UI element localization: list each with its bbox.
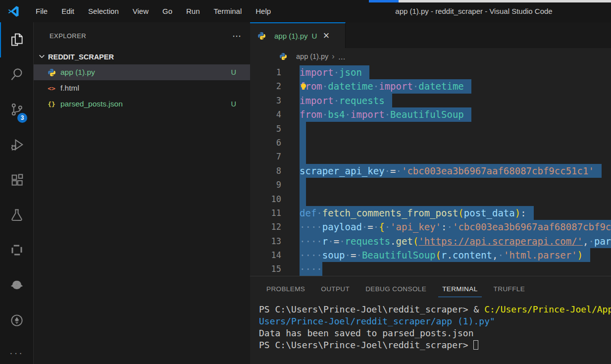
vscode-window: FileEditSelectionViewGoRunTerminalHelp a… [0,0,611,364]
truffle-ethereum-icon [9,313,24,330]
menu-help[interactable]: Help [249,4,278,18]
menu-go[interactable]: Go [155,4,179,18]
explorer-more-actions-icon[interactable]: ⋯ [232,34,241,39]
extensions-icon [9,172,24,189]
code-text: scraper_api_key·=·'cbc003ea3b6967aaf6808… [300,164,594,178]
activity-overflow-icon[interactable]: ··· [0,341,33,364]
folder-name: REDDIT_SCRAPER [48,53,114,61]
line-number: 11 [250,206,281,220]
code-text: def·fetch_comments_from_post(post_data): [300,206,526,220]
code-line-14[interactable]: 14····soup·=·BeautifulSoup(r.content,·'h… [250,248,611,262]
breadcrumb-separator-icon: › [332,52,334,61]
code-text: from·datetime·import·datetime [300,79,464,93]
selection-extension [300,122,306,136]
panel-tab-terminal[interactable]: TERMINAL [438,281,481,297]
tab-dirty-badge: U [312,32,317,40]
sidebar-item-frame-extension[interactable] [0,233,33,268]
terminal-output[interactable]: PS C:\Users\Prince-Joel\reddit_scraper> … [250,302,611,364]
file-f-html[interactable]: <>f.html [34,80,250,96]
python-file-icon [257,32,266,40]
panel-tab-problems[interactable]: PROBLEMS [262,281,309,297]
line-number: 5 [250,122,281,136]
selection-extension [362,65,369,79]
frame-corners-icon [9,243,24,260]
code-line-8[interactable]: 8scraper_api_key·=·'cbc003ea3b6967aaf680… [250,164,611,178]
terminal-line: Data has been saved to parsed_posts.json [259,327,611,339]
menu-bar: FileEditSelectionViewGoRunTerminalHelp [29,4,278,18]
code-line-7[interactable]: 7 [250,150,611,163]
run-debug-icon [9,137,24,154]
chevron-down-icon [38,52,48,62]
selection-extension [300,150,306,163]
file-name: app (1).py [60,68,95,77]
bottom-panel: PROBLEMSOUTPUTDEBUG CONSOLETERMINALTRUFF… [250,276,611,364]
line-number: 7 [250,150,281,163]
selection-extension [300,136,306,150]
selection-extension [583,248,590,262]
panel-tabs: PROBLEMSOUTPUTDEBUG CONSOLETERMINALTRUFF… [250,276,611,302]
line-number: 9 [250,178,281,192]
code-line-2[interactable]: 2from·datetime·import·datetime [250,79,611,93]
selection-extension [300,178,306,192]
html-file-icon: <> [47,85,56,92]
activity-bar: 3 [0,22,34,364]
line-number: 4 [250,107,281,121]
code-editor[interactable]: 1import·json2from·datetime·import·dateti… [250,65,611,276]
menu-terminal[interactable]: Terminal [207,4,249,18]
title-bar: FileEditSelectionViewGoRunTerminalHelp a… [0,0,611,22]
breadcrumb[interactable]: app (1).py › … [250,48,611,65]
menu-selection[interactable]: Selection [81,4,126,18]
code-line-4[interactable]: 4from·bs4·import·BeautifulSoup [250,107,611,121]
panel-tab-truffle[interactable]: TRUFFLE [490,281,529,297]
sidebar-item-truffle[interactable] [0,304,33,339]
selection-extension [300,192,306,206]
menu-file[interactable]: File [29,4,54,18]
code-line-5[interactable]: 5 [250,122,611,136]
code-line-12[interactable]: 12····payload·=·{·'api_key':·'cbc003ea3b… [250,220,611,234]
code-line-1[interactable]: 1import·json [250,65,611,79]
code-line-13[interactable]: 13····r·=·requests.get('https://api.scra… [250,234,611,248]
code-text: ···· [300,262,322,276]
file-app-1-py[interactable]: app (1).pyU [34,64,250,80]
selection-extension [385,94,392,107]
menu-view[interactable]: View [126,4,155,18]
code-text: import·json [300,65,362,79]
menu-edit[interactable]: Edit [54,4,81,18]
search-icon [9,67,24,84]
selection-extension [594,164,602,178]
code-line-9[interactable]: 9 [250,178,611,192]
code-line-6[interactable]: 6 [250,136,611,150]
sidebar-item-source-control[interactable]: 3 [0,93,33,128]
breadcrumb-file[interactable]: app (1).py [296,52,328,60]
breadcrumb-symbol[interactable]: … [338,52,346,61]
file-name: parsed_posts.json [60,100,123,108]
file-parsed-posts-json[interactable]: {}parsed_posts.jsonU [34,96,250,112]
sidebar-item-explorer[interactable] [0,22,33,57]
python-file-icon [47,68,56,77]
code-text: from·bs4·import·BeautifulSoup [300,107,464,121]
explorer-header: EXPLORER ⋯ [34,22,250,50]
line-number: 14 [250,248,281,262]
panel-tab-output[interactable]: OUTPUT [317,281,354,297]
git-status-badge: U [231,68,236,76]
code-line-15[interactable]: 15···· [250,262,611,276]
sidebar-item-search[interactable] [0,57,33,93]
folder-reddit-scraper[interactable]: REDDIT_SCRAPER [34,50,250,64]
selection-extension [464,107,471,121]
line-number: 1 [250,65,281,79]
sidebar-item-shell-extension[interactable] [0,268,33,304]
close-tab-icon[interactable]: × [323,31,329,40]
lightbulb-icon[interactable] [299,81,308,96]
menu-run[interactable]: Run [179,4,207,18]
line-number: 3 [250,94,281,107]
code-text: ····soup·=·BeautifulSoup(r.content,·'htm… [300,248,583,262]
code-text: import·requests [300,94,385,107]
panel-tab-debug-console[interactable]: DEBUG CONSOLE [361,281,430,297]
code-line-10[interactable]: 10 [250,192,611,206]
explorer-title: EXPLORER [50,32,86,40]
sidebar-item-extensions[interactable] [0,163,33,198]
code-line-11[interactable]: 11def·fetch_comments_from_post(post_data… [250,206,611,220]
sidebar-item-testing[interactable] [0,198,33,233]
tab-app-py[interactable]: app (1).py U × [250,22,346,48]
sidebar-item-run-debug[interactable] [0,128,33,163]
